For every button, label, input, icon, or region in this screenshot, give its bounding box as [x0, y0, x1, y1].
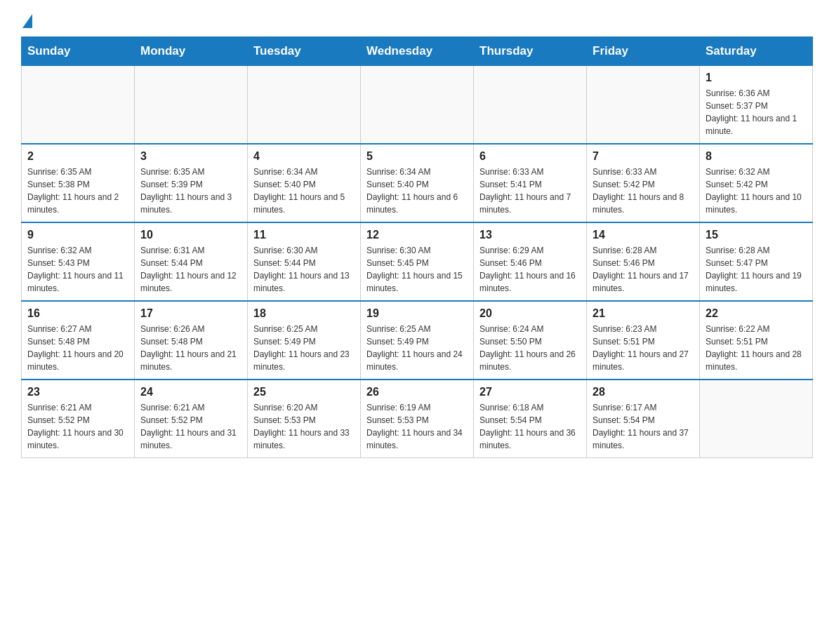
calendar-day-cell: 9Sunrise: 6:32 AMSunset: 5:43 PMDaylight… — [22, 222, 135, 301]
calendar-day-cell — [361, 66, 474, 145]
calendar-day-cell: 14Sunrise: 6:28 AMSunset: 5:46 PMDayligh… — [587, 222, 700, 301]
calendar-day-cell — [474, 66, 587, 145]
day-number: 13 — [479, 229, 581, 241]
calendar-day-cell: 18Sunrise: 6:25 AMSunset: 5:49 PMDayligh… — [248, 301, 361, 380]
day-info: Sunrise: 6:34 AMSunset: 5:40 PMDaylight:… — [253, 166, 355, 216]
day-info: Sunrise: 6:36 AMSunset: 5:37 PMDaylight:… — [706, 87, 807, 137]
day-number: 9 — [27, 229, 128, 241]
day-info: Sunrise: 6:35 AMSunset: 5:39 PMDaylight:… — [140, 166, 241, 216]
day-of-week-header: Saturday — [700, 37, 813, 66]
day-number: 16 — [27, 307, 128, 320]
day-info: Sunrise: 6:20 AMSunset: 5:53 PMDaylight:… — [253, 401, 355, 452]
calendar-day-cell: 27Sunrise: 6:18 AMSunset: 5:54 PMDayligh… — [474, 380, 587, 458]
day-number: 22 — [706, 307, 807, 320]
calendar-header-row: SundayMondayTuesdayWednesdayThursdayFrid… — [22, 37, 813, 66]
day-info: Sunrise: 6:27 AMSunset: 5:48 PMDaylight:… — [27, 323, 128, 373]
day-number: 11 — [253, 229, 355, 241]
day-info: Sunrise: 6:17 AMSunset: 5:54 PMDaylight:… — [593, 401, 694, 452]
day-number: 21 — [593, 307, 694, 320]
day-number: 15 — [706, 229, 807, 241]
calendar-day-cell: 6Sunrise: 6:33 AMSunset: 5:41 PMDaylight… — [474, 144, 587, 222]
day-info: Sunrise: 6:19 AMSunset: 5:53 PMDaylight:… — [366, 401, 468, 452]
calendar-day-cell: 1Sunrise: 6:36 AMSunset: 5:37 PMDaylight… — [700, 66, 813, 145]
calendar-day-cell: 7Sunrise: 6:33 AMSunset: 5:42 PMDaylight… — [587, 144, 700, 222]
calendar-day-cell: 11Sunrise: 6:30 AMSunset: 5:44 PMDayligh… — [248, 222, 361, 301]
calendar-day-cell — [135, 66, 248, 145]
day-info: Sunrise: 6:18 AMSunset: 5:54 PMDaylight:… — [479, 401, 581, 452]
calendar-day-cell: 17Sunrise: 6:26 AMSunset: 5:48 PMDayligh… — [135, 301, 248, 380]
day-number: 5 — [366, 150, 468, 163]
calendar-day-cell: 10Sunrise: 6:31 AMSunset: 5:44 PMDayligh… — [135, 222, 248, 301]
day-number: 24 — [140, 386, 241, 398]
day-number: 18 — [253, 307, 355, 320]
day-number: 27 — [479, 386, 581, 398]
calendar-day-cell: 5Sunrise: 6:34 AMSunset: 5:40 PMDaylight… — [361, 144, 474, 222]
day-of-week-header: Monday — [135, 37, 248, 66]
day-info: Sunrise: 6:31 AMSunset: 5:44 PMDaylight:… — [140, 244, 241, 295]
logo — [21, 14, 32, 29]
day-info: Sunrise: 6:32 AMSunset: 5:42 PMDaylight:… — [706, 166, 807, 216]
calendar-day-cell: 13Sunrise: 6:29 AMSunset: 5:46 PMDayligh… — [474, 222, 587, 301]
day-of-week-header: Wednesday — [361, 37, 474, 66]
day-number: 25 — [253, 386, 355, 398]
day-number: 14 — [593, 229, 694, 241]
calendar-week-row: 2Sunrise: 6:35 AMSunset: 5:38 PMDaylight… — [22, 144, 813, 222]
calendar-day-cell — [700, 380, 813, 458]
logo-triangle-icon — [22, 14, 32, 28]
calendar-day-cell: 21Sunrise: 6:23 AMSunset: 5:51 PMDayligh… — [587, 301, 700, 380]
day-info: Sunrise: 6:23 AMSunset: 5:51 PMDaylight:… — [593, 323, 694, 373]
day-number: 1 — [706, 72, 807, 84]
day-number: 19 — [366, 307, 468, 320]
calendar-day-cell: 12Sunrise: 6:30 AMSunset: 5:45 PMDayligh… — [361, 222, 474, 301]
day-info: Sunrise: 6:25 AMSunset: 5:49 PMDaylight:… — [253, 323, 355, 373]
calendar-day-cell: 2Sunrise: 6:35 AMSunset: 5:38 PMDaylight… — [22, 144, 135, 222]
calendar-day-cell: 15Sunrise: 6:28 AMSunset: 5:47 PMDayligh… — [700, 222, 813, 301]
day-info: Sunrise: 6:21 AMSunset: 5:52 PMDaylight:… — [27, 401, 128, 452]
day-number: 28 — [593, 386, 694, 398]
day-of-week-header: Tuesday — [248, 37, 361, 66]
day-info: Sunrise: 6:34 AMSunset: 5:40 PMDaylight:… — [366, 166, 468, 216]
day-number: 3 — [140, 150, 241, 163]
day-info: Sunrise: 6:21 AMSunset: 5:52 PMDaylight:… — [140, 401, 241, 452]
day-number: 23 — [27, 386, 128, 398]
calendar-week-row: 9Sunrise: 6:32 AMSunset: 5:43 PMDaylight… — [22, 222, 813, 301]
calendar-day-cell: 8Sunrise: 6:32 AMSunset: 5:42 PMDaylight… — [700, 144, 813, 222]
calendar-day-cell: 24Sunrise: 6:21 AMSunset: 5:52 PMDayligh… — [135, 380, 248, 458]
day-info: Sunrise: 6:29 AMSunset: 5:46 PMDaylight:… — [479, 244, 581, 295]
calendar-day-cell: 23Sunrise: 6:21 AMSunset: 5:52 PMDayligh… — [22, 380, 135, 458]
day-info: Sunrise: 6:24 AMSunset: 5:50 PMDaylight:… — [479, 323, 581, 373]
calendar-day-cell: 25Sunrise: 6:20 AMSunset: 5:53 PMDayligh… — [248, 380, 361, 458]
day-info: Sunrise: 6:30 AMSunset: 5:45 PMDaylight:… — [366, 244, 468, 295]
calendar-week-row: 16Sunrise: 6:27 AMSunset: 5:48 PMDayligh… — [22, 301, 813, 380]
calendar-day-cell: 28Sunrise: 6:17 AMSunset: 5:54 PMDayligh… — [587, 380, 700, 458]
day-info: Sunrise: 6:35 AMSunset: 5:38 PMDaylight:… — [27, 166, 128, 216]
calendar-week-row: 23Sunrise: 6:21 AMSunset: 5:52 PMDayligh… — [22, 380, 813, 458]
day-info: Sunrise: 6:28 AMSunset: 5:46 PMDaylight:… — [593, 244, 694, 295]
day-number: 2 — [27, 150, 128, 163]
day-info: Sunrise: 6:33 AMSunset: 5:41 PMDaylight:… — [479, 166, 581, 216]
day-info: Sunrise: 6:25 AMSunset: 5:49 PMDaylight:… — [366, 323, 468, 373]
day-number: 4 — [253, 150, 355, 163]
calendar-day-cell — [248, 66, 361, 145]
day-info: Sunrise: 6:28 AMSunset: 5:47 PMDaylight:… — [706, 244, 807, 295]
calendar-day-cell: 19Sunrise: 6:25 AMSunset: 5:49 PMDayligh… — [361, 301, 474, 380]
page-header — [21, 14, 813, 29]
calendar-table: SundayMondayTuesdayWednesdayThursdayFrid… — [21, 36, 813, 458]
day-number: 7 — [593, 150, 694, 163]
day-info: Sunrise: 6:30 AMSunset: 5:44 PMDaylight:… — [253, 244, 355, 295]
day-number: 26 — [366, 386, 468, 398]
day-info: Sunrise: 6:26 AMSunset: 5:48 PMDaylight:… — [140, 323, 241, 373]
calendar-day-cell: 20Sunrise: 6:24 AMSunset: 5:50 PMDayligh… — [474, 301, 587, 380]
day-number: 20 — [479, 307, 581, 320]
day-number: 17 — [140, 307, 241, 320]
calendar-day-cell: 22Sunrise: 6:22 AMSunset: 5:51 PMDayligh… — [700, 301, 813, 380]
day-info: Sunrise: 6:32 AMSunset: 5:43 PMDaylight:… — [27, 244, 128, 295]
calendar-day-cell: 26Sunrise: 6:19 AMSunset: 5:53 PMDayligh… — [361, 380, 474, 458]
calendar-day-cell: 16Sunrise: 6:27 AMSunset: 5:48 PMDayligh… — [22, 301, 135, 380]
calendar-day-cell: 4Sunrise: 6:34 AMSunset: 5:40 PMDaylight… — [248, 144, 361, 222]
day-of-week-header: Sunday — [22, 37, 135, 66]
day-info: Sunrise: 6:22 AMSunset: 5:51 PMDaylight:… — [706, 323, 807, 373]
calendar-day-cell — [22, 66, 135, 145]
day-of-week-header: Thursday — [474, 37, 587, 66]
calendar-day-cell — [587, 66, 700, 145]
